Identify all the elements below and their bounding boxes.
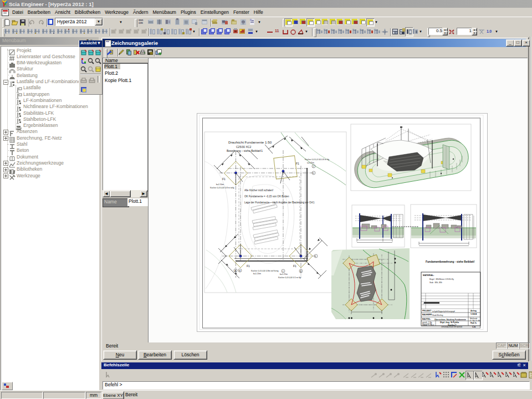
svg-text:t=1,25m: t=1,25m xyxy=(307,162,314,164)
svg-text:Dipl.-Ing. S.Pykla: Dipl.-Ing. S.Pykla xyxy=(440,321,459,324)
svg-text:Köcher 0.4·0,4·04-0.8 m tfg: Köcher 0.4·0,4·04-0.8 m tfg xyxy=(305,158,329,161)
svg-text:D: D xyxy=(300,270,302,273)
svg-text:b=1.50m: b=1.50m xyxy=(216,183,224,186)
svg-text:Köcher 0,4·0,04·0.8 m tiefg: Köcher 0,4·0,04·0.8 m tiefg xyxy=(210,187,234,189)
svg-text:13.07: 13.07 xyxy=(430,324,434,326)
svg-text:Fundamentbewehrung - siehe Bei: Fundamentbewehrung - siehe Beiblatt! xyxy=(426,260,475,263)
svg-text:VERGEBAUENGE ERF AWEIBE: VERGEBAUENGE ERF AWEIBE xyxy=(441,326,463,328)
svg-text:1: 1 xyxy=(423,303,424,305)
svg-text:BAUHERR:: BAUHERR: xyxy=(422,314,432,316)
svg-text:Statiker?: Statiker? xyxy=(448,324,456,326)
svg-text:OK Fundamente = -0,15 von OK B: OK Fundamente = -0,15 von OK Boden xyxy=(244,195,289,198)
svg-text:F1: F1 xyxy=(293,264,296,268)
svg-text:2: 2 xyxy=(313,166,314,168)
svg-text:Köcher 0.4·0.04·0.8m tief fert: Köcher 0.4·0.04·0.8m tief fertig xyxy=(251,270,279,272)
svg-text:B: B xyxy=(239,270,241,272)
svg-text:Übersichten, Stücking Fundamen: Übersichten, Stücking Fundamente xyxy=(434,318,466,321)
svg-text:C/a: C/a xyxy=(472,325,476,328)
svg-text:Alle Köcher müß schalen!: Alle Köcher müß schalen! xyxy=(244,189,273,192)
svg-text:MATERIAL:: MATERIAL: xyxy=(423,274,434,277)
svg-text:C: C xyxy=(283,270,284,273)
svg-text:Stab : BSt, BSt: Stab : BSt, BSt xyxy=(429,282,442,284)
svg-text:C25/30 XC2: C25/30 XC2 xyxy=(236,145,251,149)
svg-text:1: 1 xyxy=(313,172,314,175)
svg-text:1: 1 xyxy=(315,255,316,258)
svg-text:Bügel : BSt/Beton C25/30-Hy: Bügel : BSt/Beton C25/30-Hy xyxy=(429,278,454,280)
svg-text:b=1.20m: b=1.20m xyxy=(253,273,261,275)
svg-text:A: A xyxy=(235,270,237,272)
svg-text:Bewehrung – siehe Beiblatt!1: Bewehrung – siehe Beiblatt!1 xyxy=(227,149,263,152)
svg-text:schydrißiggurtjahnkungsgd: schydrißiggurtjahnkungsgd xyxy=(432,310,455,313)
svg-text:Köcher 0,4·0,04·0.5 m tfg: Köcher 0,4·0,04·0.5 m tfg xyxy=(278,277,301,279)
svg-text:F1: F1 xyxy=(296,162,299,165)
svg-text:Stadt Breling: Stadt Breling xyxy=(432,314,443,316)
svg-text:F1: F1 xyxy=(247,264,250,268)
svg-text:Datum: Datum xyxy=(422,324,427,326)
svg-text:BAUTEIL:: BAUTEIL: xyxy=(422,318,431,320)
svg-text:Lage der Fundamente – nach Ang: Lage der Fundamente – nach Angabe der Ba… xyxy=(244,201,315,204)
svg-text:1.50/4: 1.50/4 xyxy=(470,313,477,315)
svg-text:PROJEKT :: PROJEKT : xyxy=(422,310,432,312)
svg-text:Draufsicht Fundamente 1:50: Draufsicht Fundamente 1:50 xyxy=(228,140,272,144)
svg-text:Ra4.7a: Ra4.7a xyxy=(470,322,477,324)
svg-text:Anfrag: Anfrag xyxy=(470,310,477,312)
svg-text:F1: F1 xyxy=(222,177,226,181)
svg-text:b=1.25m: b=1.25m xyxy=(280,273,288,275)
